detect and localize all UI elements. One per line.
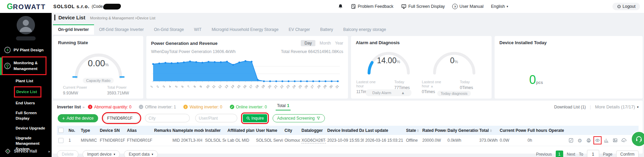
- export-data-button[interactable]: Export data▾: [124, 150, 158, 157]
- sidebar-item-device-upgrade[interactable]: Device Upgrade: [16, 125, 48, 131]
- tab-on-grid-storage[interactable]: On-Grid Storage: [149, 24, 189, 35]
- goto-page-input[interactable]: [587, 150, 599, 157]
- sidebar-item-monitoring-management[interactable]: Monitoring & Management: [3, 58, 45, 73]
- gear-icon[interactable]: ⚙: [577, 137, 583, 143]
- download-list-link[interactable]: Download List (1): [554, 105, 586, 109]
- col-remarks[interactable]: Remarks: [153, 126, 171, 135]
- more-details-toggle[interactable]: More Details (17/17)▾: [595, 104, 639, 109]
- tab-on-grid-inverter[interactable]: On-grid Inverter: [53, 24, 94, 35]
- col-full-hours[interactable]: Full hours: [526, 126, 547, 135]
- sidebar-item-pv-plant-design[interactable]: PV Plant Design: [0, 45, 52, 55]
- col-city[interactable]: City: [283, 126, 300, 135]
- total-power-label: Total Power: [107, 85, 134, 89]
- tab-wit[interactable]: WIT: [189, 24, 207, 35]
- sidebar-item-end-users[interactable]: End Users: [16, 100, 48, 106]
- tab-balcony-energy-storage[interactable]: Balcony energy storage: [338, 24, 391, 35]
- col-type[interactable]: Type: [79, 126, 98, 135]
- col-user-name[interactable]: User Name: [255, 126, 283, 135]
- col-current-power[interactable]: Current Power: [498, 126, 526, 135]
- cloud-upload-icon[interactable]: [621, 137, 627, 143]
- col-no[interactable]: No.: [67, 126, 79, 135]
- user-avatar[interactable]: [17, 16, 35, 34]
- device-sn-input[interactable]: [104, 114, 140, 122]
- full-screen-display-link[interactable]: Full Screen Display: [401, 4, 445, 9]
- tab-battery[interactable]: Battery: [315, 24, 338, 35]
- col-daily-generation[interactable]: Daily Generation: [446, 126, 478, 135]
- customer-service-button[interactable]: [631, 131, 644, 147]
- col-nameplate-model[interactable]: Nameplate model: [171, 126, 204, 135]
- offline-icon: −: [139, 105, 143, 109]
- logout-button[interactable]: Logout: [612, 3, 640, 10]
- alarm-mini-icon: ▲: [430, 84, 434, 88]
- feedback-doc-icon: [351, 4, 356, 9]
- abnormal-icon: !: [88, 105, 92, 109]
- sidebar-item-plant-list[interactable]: Plant List: [16, 78, 48, 84]
- city-input[interactable]: [145, 114, 190, 122]
- service-hall-label: Service Hall: [14, 149, 37, 154]
- tab-microgrid-household-energy-storage[interactable]: Microgrid Household Energy Storage: [207, 24, 284, 35]
- select-all-checkbox[interactable]: [58, 128, 63, 133]
- page-title: Device List: [54, 15, 85, 20]
- delete-button[interactable]: Delete: [57, 150, 78, 157]
- page-number-current[interactable]: 1: [556, 151, 563, 157]
- period-day-button[interactable]: Day: [301, 40, 315, 46]
- notification-bell-icon[interactable]: [338, 4, 343, 9]
- period-month-button[interactable]: Month: [319, 41, 331, 46]
- today-diagnosis-label: Today diagnosis: [437, 91, 471, 96]
- cell-type: MIN/MIC: [79, 135, 98, 146]
- chart-x-tick: 13: [224, 84, 229, 89]
- import-device-button[interactable]: Import device▾: [82, 150, 120, 157]
- chart-icon[interactable]: [603, 137, 609, 143]
- col-installer[interactable]: Installer: [204, 126, 226, 135]
- user-manual-link[interactable]: ? User Manual: [452, 4, 483, 9]
- waiting-count[interactable]: !Waiting inverter: 0: [183, 105, 222, 109]
- row-checkbox[interactable]: [58, 138, 63, 143]
- abnormal-count[interactable]: !Abnormal quantity: 0: [88, 105, 131, 109]
- device-installed-card: Device Installed Today 0pcs: [495, 36, 643, 99]
- col-datalogger[interactable]: Datalogger: [300, 126, 326, 135]
- capacity-ratio-value: 0.00%: [70, 58, 127, 69]
- divider: |: [590, 105, 591, 109]
- expand-icon[interactable]: »: [82, 105, 85, 109]
- advanced-screening-button[interactable]: Advanced Screening: [273, 114, 325, 122]
- sidebar-item-service-hall[interactable]: Service Hall ▸: [0, 148, 52, 154]
- total-filter-tab[interactable]: Total1: [276, 103, 291, 110]
- chart-x-tick: 20: [267, 84, 272, 89]
- chart-x-tick: 7: [187, 85, 190, 88]
- installed-today-value: 0pcs: [495, 73, 577, 87]
- user-plant-input[interactable]: [195, 114, 237, 122]
- col-rated-power[interactable]: Rated Power: [421, 126, 446, 135]
- col-last-update[interactable]: Last update: [364, 126, 405, 135]
- sidebar-item-device-list[interactable]: Device List: [16, 88, 48, 95]
- col-affiliated-plant[interactable]: Affiliated plant: [226, 126, 255, 135]
- col-alias[interactable]: Alias: [126, 126, 153, 135]
- inquire-button[interactable]: Inquire: [243, 114, 268, 122]
- period-year-button[interactable]: Year: [335, 41, 343, 46]
- eye-icon[interactable]: [594, 137, 601, 143]
- printer-icon[interactable]: [586, 137, 592, 143]
- add-device-button[interactable]: + Add the device: [58, 114, 98, 122]
- card-title: Device Installed Today: [499, 40, 638, 45]
- confirm-button[interactable]: Confirm: [616, 151, 639, 157]
- col-device-installed-date[interactable]: Device Installed Date: [326, 126, 364, 135]
- chart-x-tick: 9: [199, 85, 203, 88]
- col-device-sn[interactable]: Device SN: [98, 126, 126, 135]
- online-count[interactable]: ✓Online inverter: 0: [230, 105, 267, 109]
- sidebar-item-full-screen-display[interactable]: Full Screen Display: [16, 110, 48, 121]
- col-state[interactable]: State: [405, 126, 421, 135]
- cell-datalogger[interactable]: XGD6CH26T4: [300, 135, 326, 146]
- previous-page-button[interactable]: Previous: [536, 152, 552, 157]
- edit-icon[interactable]: [568, 137, 574, 143]
- language-selector[interactable]: English ▾: [491, 4, 508, 9]
- problem-feedback-link[interactable]: Problem Feedback: [351, 4, 393, 9]
- col-total[interactable]: Total: [478, 126, 498, 135]
- sidebar-submenu: Plant List Device List End Users Full Sc…: [16, 78, 52, 152]
- next-page-button[interactable]: Next: [567, 152, 575, 157]
- offline-count[interactable]: −Offline inverter: 1: [139, 105, 176, 109]
- tab-off-grid-storage-inverter[interactable]: Off-Grid Storage Inverter: [94, 24, 149, 35]
- chart-x-tick: 18: [255, 84, 259, 89]
- image-icon[interactable]: [612, 137, 618, 143]
- revenue-value: 6642514961.08Kcs: [308, 49, 343, 54]
- tab-ev-charger[interactable]: EV Charger: [283, 24, 315, 35]
- chart-x-tick: 31: [335, 84, 339, 89]
